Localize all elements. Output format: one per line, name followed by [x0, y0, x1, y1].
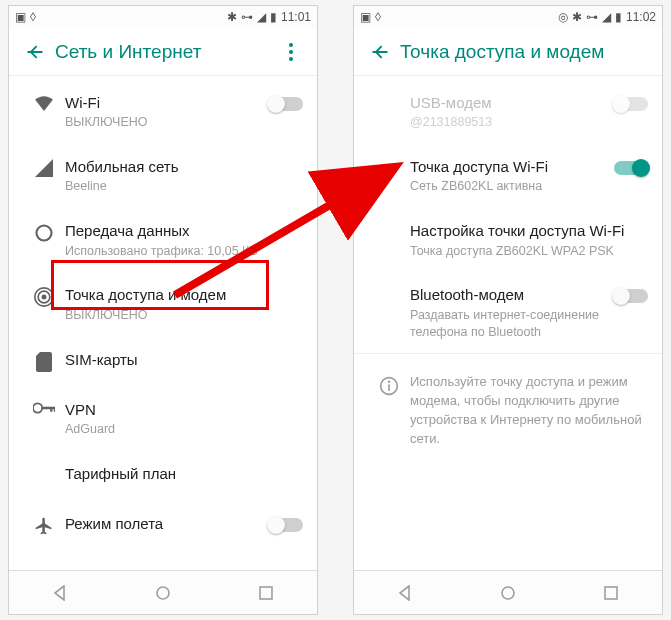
- picture-icon: ▣: [360, 10, 371, 24]
- svg-point-11: [388, 381, 391, 384]
- bluetooth-icon: ✱: [572, 10, 582, 24]
- info-icon: [368, 372, 410, 396]
- row-sub: Сеть ZB602KL активна: [410, 178, 606, 195]
- row-sub: Точка доступа ZB602KL WPA2 PSK: [410, 243, 648, 260]
- row-title: Настройка точки доступа Wi-Fi: [410, 221, 648, 241]
- row-sub: Beeline: [65, 178, 303, 195]
- svg-point-13: [502, 587, 514, 599]
- hotspot-list: USB-модем @2131889513 Точка доступа Wi-F…: [354, 76, 662, 462]
- row-title: Мобильная сеть: [65, 157, 303, 177]
- data-usage-icon: [23, 221, 65, 243]
- nav-bar: [9, 570, 317, 614]
- shield-icon: ◊: [375, 10, 381, 24]
- more-button[interactable]: [271, 32, 311, 72]
- svg-point-2: [289, 57, 293, 61]
- row-title: USB-модем: [410, 93, 606, 113]
- key-icon: ⊶: [241, 10, 253, 24]
- row-wifi-hotspot[interactable]: Точка доступа Wi-Fi Сеть ZB602KL активна: [354, 144, 662, 208]
- sim-icon: [23, 350, 65, 372]
- svg-point-1: [289, 50, 293, 54]
- row-title: Bluetooth-модем: [410, 285, 606, 305]
- airplane-toggle[interactable]: [269, 518, 303, 532]
- status-bar: ▣ ◊ ✱ ⊶ ◢ ▮ 11:01: [9, 6, 317, 28]
- battery-icon: ▮: [270, 10, 277, 24]
- bt-toggle[interactable]: [614, 289, 648, 303]
- vpn-key-icon: [23, 400, 65, 414]
- row-title: Wi-Fi: [65, 93, 261, 113]
- svg-rect-12: [388, 385, 390, 392]
- status-right-icons: ✱ ⊶ ◢ ▮ 11:01: [227, 10, 311, 24]
- status-left-icons: ▣ ◊: [15, 10, 36, 24]
- row-sub: ВЫКЛЮЧЕНО: [65, 307, 303, 324]
- back-button[interactable]: [360, 32, 400, 72]
- hotspot-icon: [23, 285, 65, 307]
- row-airplane[interactable]: Режим полета: [9, 501, 317, 551]
- row-sub: ВЫКЛЮЧЕНО: [65, 114, 261, 131]
- svg-rect-9: [260, 587, 272, 599]
- nav-home[interactable]: [478, 578, 538, 608]
- row-title: Точка доступа Wi-Fi: [410, 157, 606, 177]
- key-icon: ⊶: [586, 10, 598, 24]
- usb-toggle: [614, 97, 648, 111]
- status-right-icons: ◎ ✱ ⊶ ◢ ▮ 11:02: [558, 10, 656, 24]
- clock-text: 11:02: [626, 10, 656, 24]
- row-title: Тарифный план: [65, 464, 303, 484]
- nav-home[interactable]: [133, 578, 193, 608]
- row-vpn[interactable]: VPN AdGuard: [9, 387, 317, 451]
- page-title: Точка доступа и модем: [400, 41, 656, 63]
- mobile-signal-icon: [23, 157, 65, 177]
- page-title: Сеть и Интернет: [55, 41, 271, 63]
- row-title: Точка доступа и модем: [65, 285, 303, 305]
- row-sim[interactable]: SIM-карты: [9, 337, 317, 387]
- svg-point-0: [289, 43, 293, 47]
- row-title: SIM-карты: [65, 350, 303, 370]
- row-hotspot-setup[interactable]: Настройка точки доступа Wi-Fi Точка дост…: [354, 208, 662, 272]
- row-plan[interactable]: Тарифный план: [9, 451, 317, 501]
- row-sub: @2131889513: [410, 114, 606, 131]
- row-sub: Раздавать интернет-соединение телефона п…: [410, 307, 606, 341]
- status-left-icons: ▣ ◊: [360, 10, 381, 24]
- nav-recent[interactable]: [236, 578, 296, 608]
- app-bar: Сеть и Интернет: [9, 28, 317, 76]
- app-bar: Точка доступа и модем: [354, 28, 662, 76]
- back-button[interactable]: [15, 32, 55, 72]
- signal-icon: ◢: [257, 10, 266, 24]
- wifi-hotspot-toggle[interactable]: [614, 161, 648, 175]
- nav-back[interactable]: [375, 578, 435, 608]
- hotspot-status-icon: ◎: [558, 10, 568, 24]
- row-title: Режим полета: [65, 514, 261, 534]
- status-bar: ▣ ◊ ◎ ✱ ⊶ ◢ ▮ 11:02: [354, 6, 662, 28]
- nav-recent[interactable]: [581, 578, 641, 608]
- row-hotspot[interactable]: Точка доступа и модем ВЫКЛЮЧЕНО: [9, 272, 317, 336]
- info-row: Используйте точку доступа и режим модема…: [354, 353, 662, 461]
- info-text: Используйте точку доступа и режим модема…: [410, 373, 648, 448]
- row-bt-modem[interactable]: Bluetooth-модем Раздавать интернет-соеди…: [354, 272, 662, 353]
- row-wifi[interactable]: Wi-Fi ВЫКЛЮЧЕНО: [9, 80, 317, 144]
- plan-icon: [23, 464, 65, 466]
- phone-right: ▣ ◊ ◎ ✱ ⊶ ◢ ▮ 11:02 Точка доступа и моде…: [353, 5, 663, 615]
- nav-bar: [354, 570, 662, 614]
- row-sub: Использовано трафика: 10,05 КБ: [65, 243, 303, 260]
- row-mobile-network[interactable]: Мобильная сеть Beeline: [9, 144, 317, 208]
- row-title: VPN: [65, 400, 303, 420]
- signal-icon: ◢: [602, 10, 611, 24]
- settings-list: Wi-Fi ВЫКЛЮЧЕНО Мобильная сеть Beeline П…: [9, 76, 317, 551]
- svg-point-7: [33, 403, 42, 412]
- svg-point-8: [157, 587, 169, 599]
- nav-back[interactable]: [30, 578, 90, 608]
- row-usb-modem: USB-модем @2131889513: [354, 80, 662, 144]
- svg-rect-14: [605, 587, 617, 599]
- wifi-toggle[interactable]: [269, 97, 303, 111]
- bluetooth-icon: ✱: [227, 10, 237, 24]
- wifi-icon: [23, 93, 65, 111]
- svg-point-3: [37, 226, 52, 241]
- row-title: Передача данных: [65, 221, 303, 241]
- row-sub: AdGuard: [65, 421, 303, 438]
- shield-icon: ◊: [30, 10, 36, 24]
- picture-icon: ▣: [15, 10, 26, 24]
- airplane-icon: [23, 514, 65, 536]
- phone-left: ▣ ◊ ✱ ⊶ ◢ ▮ 11:01 Сеть и Интернет Wi-Fi …: [8, 5, 318, 615]
- svg-point-4: [42, 295, 47, 300]
- row-data-usage[interactable]: Передача данных Использовано трафика: 10…: [9, 208, 317, 272]
- battery-icon: ▮: [615, 10, 622, 24]
